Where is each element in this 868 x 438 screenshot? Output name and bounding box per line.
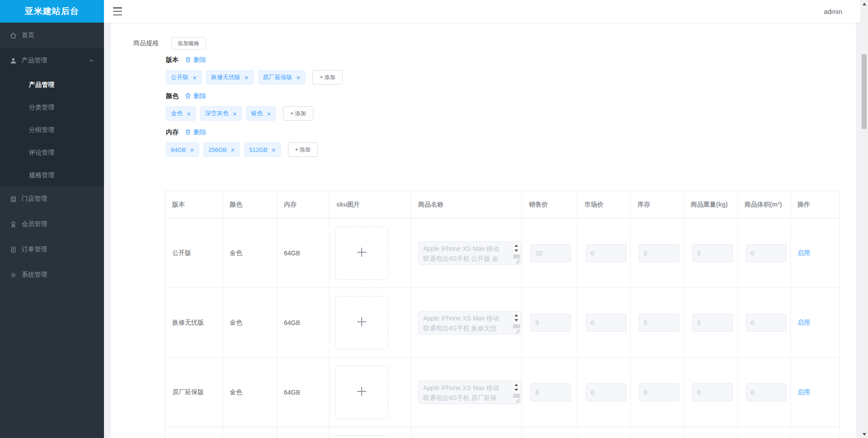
delete-spec-link[interactable]: 删除 xyxy=(185,56,206,64)
remove-tag-icon[interactable]: × xyxy=(267,110,271,117)
table-row: 换修无忧版金色64GBApple iPhone XS Max 移动联通电信4G手… xyxy=(165,288,840,358)
sidebar-item-stores[interactable]: 门店管理 xyxy=(0,186,104,212)
delete-spec-link[interactable]: 删除 xyxy=(185,128,206,137)
column-header-sale-price: 销售价 xyxy=(522,191,578,218)
scrollbar-down-arrow[interactable] xyxy=(860,430,868,438)
sidebar-item-home[interactable]: 首页 xyxy=(0,23,104,48)
spec-value-tag: 深空灰色× xyxy=(200,106,242,121)
stock-input[interactable]: 0 xyxy=(639,383,679,401)
remove-tag-icon[interactable]: × xyxy=(193,74,197,81)
sale-price-input[interactable]: 8 xyxy=(530,383,571,401)
volume-input[interactable]: 0 xyxy=(746,383,787,401)
stock-input[interactable]: 0 xyxy=(639,244,679,262)
add-value-button[interactable]: + 添加 xyxy=(283,106,313,121)
weight-input[interactable]: 0 xyxy=(692,314,733,332)
enable-link[interactable]: 启用 xyxy=(797,388,810,396)
cell-version: 原厂延保版 xyxy=(165,358,223,427)
cell-weight: 0 xyxy=(684,288,738,358)
remove-tag-icon[interactable]: × xyxy=(233,110,237,117)
cell-sale-price: 10 xyxy=(522,218,578,288)
stock-input[interactable]: 0 xyxy=(639,314,679,332)
tag-label: 256GB xyxy=(208,146,226,153)
product-name-textarea[interactable]: Apple iPhone XS Max 移动联通电信4G手机 原厂延保 xyxy=(418,381,521,404)
tag-label: 64GB xyxy=(171,146,186,153)
page-scrollbar[interactable] xyxy=(860,0,868,438)
spec-group-memory: 内存删除64GB×256GB×512GB×+ 添加 xyxy=(166,128,856,157)
remove-tag-icon[interactable]: × xyxy=(272,146,276,153)
column-header-weight: 商品重量(kg) xyxy=(684,191,738,218)
market-price-input[interactable]: 0 xyxy=(586,314,627,332)
sidebar-item-members[interactable]: 会员管理 xyxy=(0,212,104,237)
sku-image-upload[interactable] xyxy=(335,435,388,438)
cell-volume: 0 xyxy=(738,218,791,288)
delete-spec-link[interactable]: 删除 xyxy=(185,92,206,100)
remove-tag-icon[interactable]: × xyxy=(297,74,301,81)
column-header-sku-image: sku图片 xyxy=(330,191,411,218)
user-menu[interactable]: admin xyxy=(824,8,842,15)
remove-tag-icon[interactable]: × xyxy=(190,146,194,153)
add-spec-button[interactable]: 添加规格 xyxy=(171,37,206,50)
add-value-button[interactable]: + 添加 xyxy=(312,70,342,85)
cell-product-name: Apple iPhone XS Max 移动联通电信4G手机 原厂延保 xyxy=(411,358,522,427)
cell-product-name: Apple iPhone XS Max 移动联通电信4G手机 换修无忧 xyxy=(411,288,522,358)
product-name-text: Apple iPhone XS Max 移动联通电信4G手机 原厂延保 xyxy=(423,383,504,403)
sidebar-subitem-groups[interactable]: 分组管理 xyxy=(0,118,104,141)
enable-link[interactable]: 启用 xyxy=(797,319,810,326)
sidebar-item-orders[interactable]: 订单管理 xyxy=(0,237,104,262)
sale-price-input[interactable]: 9 xyxy=(530,314,571,332)
sidebar-subitem-categories[interactable]: 分类管理 xyxy=(0,96,104,118)
market-price-input[interactable]: 0 xyxy=(586,244,627,262)
remove-tag-icon[interactable]: × xyxy=(245,74,249,81)
cell-sale-price xyxy=(522,427,578,438)
scrollbar-thumb[interactable] xyxy=(862,54,867,129)
hamburger-bar xyxy=(113,11,122,12)
remove-tag-icon[interactable]: × xyxy=(187,110,191,117)
volume-input[interactable]: 0 xyxy=(746,314,787,332)
resize-grip-icon[interactable] xyxy=(514,259,520,264)
sidebar-block-orders: 订单管理 xyxy=(0,237,104,262)
hamburger-bar xyxy=(113,7,122,9)
delete-label: 删除 xyxy=(193,128,206,137)
product-name-textarea[interactable]: Apple iPhone XS Max 移动联通电信4G手机 换修无忧 xyxy=(418,311,521,334)
sidebar-subitem-products[interactable]: 产品管理 xyxy=(0,73,104,96)
scrollbar-up-arrow[interactable] xyxy=(860,0,868,8)
sidebar-subitem-comments[interactable]: 评论管理 xyxy=(0,141,104,164)
remove-tag-icon[interactable]: × xyxy=(231,146,235,153)
cell-memory: 64GB xyxy=(277,218,330,288)
sidebar-item-label: 首页 xyxy=(22,31,34,39)
order-icon xyxy=(9,245,17,254)
cell-market-price: 0 xyxy=(578,358,631,427)
product-name-textarea[interactable]: Apple iPhone XS Max 移动联通电信4G手机 公开版 金 xyxy=(418,241,521,265)
sku-image-upload[interactable] xyxy=(335,226,388,280)
sidebar-item-system[interactable]: 系统管理 xyxy=(0,262,104,287)
weight-input[interactable]: 0 xyxy=(692,383,733,401)
column-header-memory: 内存 xyxy=(277,191,330,218)
cell-weight: 0 xyxy=(684,358,738,427)
hamburger-menu-button[interactable] xyxy=(113,7,123,15)
sidebar-block-stores: 门店管理 xyxy=(0,186,104,212)
weight-input[interactable]: 0 xyxy=(692,244,733,262)
sidebar-item-products[interactable]: 产品管理 xyxy=(0,48,104,73)
column-header-actions: 操作 xyxy=(791,191,840,218)
cell-volume: 0 xyxy=(738,358,791,427)
spec-group-version: 版本删除公开版×换修无忧版×原厂延保版×+ 添加 xyxy=(166,56,856,85)
add-value-button[interactable]: + 添加 xyxy=(288,142,318,157)
cell-stock xyxy=(631,427,684,438)
sku-table-body: 公开版金色64GBApple iPhone XS Max 移动联通电信4G手机 … xyxy=(165,218,840,438)
enable-link[interactable]: 启用 xyxy=(797,249,810,256)
sidebar-subitem-specs[interactable]: 规格管理 xyxy=(0,164,104,186)
volume-input[interactable]: 0 xyxy=(746,244,787,262)
cell-volume xyxy=(738,427,791,438)
sale-price-input[interactable]: 10 xyxy=(530,244,571,262)
resize-grip-icon[interactable] xyxy=(514,328,520,334)
column-header-market-price: 市场价 xyxy=(578,191,631,218)
sku-image-upload[interactable] xyxy=(335,366,388,419)
content-card: 商品规格 添加规格 版本删除公开版×换修无忧版×原厂延保版×+ 添加颜色删除金色… xyxy=(111,23,856,438)
sku-image-upload[interactable] xyxy=(335,296,388,349)
cell-version: 公开版 xyxy=(165,218,223,288)
spec-value-tag: 512GB× xyxy=(244,142,280,157)
resize-grip-icon[interactable] xyxy=(514,398,520,403)
market-price-input[interactable]: 0 xyxy=(586,383,627,401)
user-icon xyxy=(9,57,17,65)
tag-label: 金色 xyxy=(171,109,183,118)
